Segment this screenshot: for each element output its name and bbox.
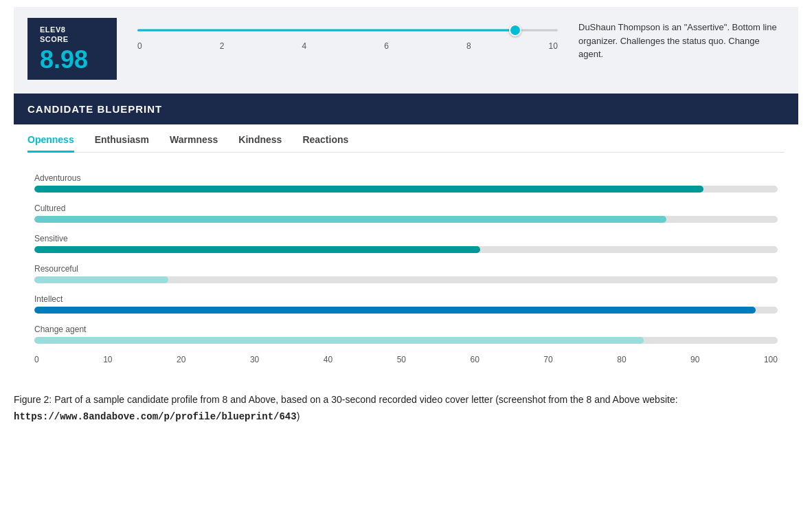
bar-row-intellect: Intellect: [34, 294, 778, 314]
bar-fill-intellect: [34, 307, 756, 314]
bar-row-cultured: Cultured: [34, 204, 778, 223]
bar-track-adventurous: [34, 186, 778, 193]
score-label-line1: ELEV8: [40, 25, 65, 34]
chart-area: Adventurous Cultured Sensitive Resourcef…: [27, 166, 785, 364]
bar-label-change-agent: Change agent: [34, 325, 778, 334]
bar-track-resourceful: [34, 276, 778, 283]
caption-suffix: ): [297, 410, 300, 421]
bar-row-adventurous: Adventurous: [34, 173, 778, 193]
bar-fill-cultured: [34, 216, 666, 223]
tab-enthusiasm[interactable]: Enthusiasm: [95, 134, 149, 152]
bar-fill-resourceful: [34, 276, 168, 283]
slider-fill: [137, 30, 515, 32]
score-label: ELEV8 SCORE: [40, 25, 69, 45]
bar-row-change-agent: Change agent: [34, 325, 778, 344]
bar-label-adventurous: Adventurous: [34, 173, 778, 183]
score-label-line2: SCORE: [40, 35, 69, 43]
tab-warmness[interactable]: Warmness: [170, 134, 218, 152]
bar-row-sensitive: Sensitive: [34, 234, 778, 253]
caption: Figure 2: Part of a sample candidate pro…: [14, 392, 798, 426]
bar-track-intellect: [34, 307, 778, 314]
score-box: ELEV8 SCORE 8.98: [27, 18, 117, 80]
slider-track-container: [137, 23, 558, 37]
bar-track-sensitive: [34, 246, 778, 253]
bar-label-intellect: Intellect: [34, 294, 778, 304]
slider-area: 0 2 4 6 8 10: [137, 18, 558, 51]
tab-reactions[interactable]: Reactions: [302, 134, 348, 152]
top-section: ELEV8 SCORE 8.98 0 2 4 6 8 10 DuShaun Th…: [14, 7, 798, 94]
tabs: Openness Enthusiasm Warmness Kindness Re…: [27, 124, 785, 153]
bar-fill-adventurous: [34, 186, 703, 193]
tab-openness[interactable]: Openness: [27, 134, 74, 152]
bar-track-cultured: [34, 216, 778, 223]
caption-url: https://www.8andabove.com/p/profile/blue…: [14, 411, 297, 422]
bar-label-sensitive: Sensitive: [34, 234, 778, 243]
slider-labels: 0 2 4 6 8 10: [137, 41, 558, 51]
bar-label-resourceful: Resourceful: [34, 264, 778, 274]
caption-prefix: Figure 2: Part of a sample candidate pro…: [14, 394, 678, 405]
bar-fill-sensitive: [34, 246, 480, 253]
bar-fill-change-agent: [34, 337, 644, 344]
x-axis: 0 10 20 30 40 50 60 70 80 90 100: [34, 355, 778, 364]
description-box: DuShaun Thompson is an "Assertive". Bott…: [578, 18, 785, 61]
blueprint-header: CANDIDATE BLUEPRINT: [14, 94, 798, 124]
score-value: 8.98: [40, 46, 88, 74]
tab-kindness[interactable]: Kindness: [238, 134, 282, 152]
bar-label-cultured: Cultured: [34, 204, 778, 213]
bar-row-resourceful: Resourceful: [34, 264, 778, 283]
blueprint-body: Openness Enthusiasm Warmness Kindness Re…: [14, 124, 798, 378]
candidate-name: DuShaun Thompson: [578, 22, 660, 32]
bar-track-change-agent: [34, 337, 778, 344]
slider-thumb[interactable]: [509, 24, 521, 36]
